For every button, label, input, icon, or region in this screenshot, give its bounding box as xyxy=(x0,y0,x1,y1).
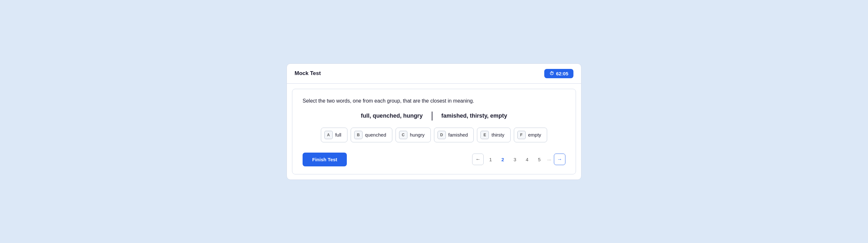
choice-key-d: D xyxy=(437,131,446,139)
choice-label-c: hungry xyxy=(410,132,425,138)
timer-icon: ⏱ xyxy=(549,71,554,76)
choices-row: AfullBquenchedChungryDfamishedEthirstyFe… xyxy=(303,128,565,142)
card-header: Mock Test ⏱ 62:05 xyxy=(287,64,581,84)
finish-test-button[interactable]: Finish Test xyxy=(303,153,347,166)
choice-key-e: E xyxy=(480,131,489,139)
card-title: Mock Test xyxy=(294,70,321,77)
timer-badge: ⏱ 62:05 xyxy=(544,69,574,78)
choice-f-button[interactable]: Fempty xyxy=(514,128,548,142)
outer-card: Mock Test ⏱ 62:05 Select the two words, … xyxy=(286,63,582,180)
word-groups: full, quenched, hungry famished, thirsty… xyxy=(303,112,565,121)
group2-label: famished, thirsty, empty xyxy=(432,113,516,119)
timer-value: 62:05 xyxy=(556,71,568,76)
choice-c-button[interactable]: Chungry xyxy=(396,128,431,142)
question-instruction: Select the two words, one from each grou… xyxy=(303,98,565,104)
page-3[interactable]: 3 xyxy=(509,154,520,165)
choice-label-f: empty xyxy=(528,132,541,138)
group1-label: full, quenched, hungry xyxy=(352,113,432,119)
choice-d-button[interactable]: Dfamished xyxy=(434,128,474,142)
choice-label-b: quenched xyxy=(365,132,386,138)
choice-label-a: full xyxy=(335,132,341,138)
pagination: ← 1 2 3 4 5 ··· → xyxy=(472,154,565,165)
choice-key-c: C xyxy=(399,131,407,139)
page-1[interactable]: 1 xyxy=(485,154,496,165)
choice-label-d: famished xyxy=(448,132,468,138)
prev-page-button[interactable]: ← xyxy=(472,154,484,165)
choice-b-button[interactable]: Bquenched xyxy=(351,128,392,142)
choice-key-b: B xyxy=(354,131,363,139)
choice-key-f: F xyxy=(517,131,526,139)
choice-key-a: A xyxy=(324,131,333,139)
page-2-current[interactable]: 2 xyxy=(497,154,508,165)
pagination-ellipsis: ··· xyxy=(546,157,553,162)
page-4[interactable]: 4 xyxy=(522,154,532,165)
page-5[interactable]: 5 xyxy=(534,154,545,165)
footer-row: Finish Test ← 1 2 3 4 5 ··· → xyxy=(303,153,565,166)
choice-label-e: thirsty xyxy=(491,132,504,138)
choice-e-button[interactable]: Ethirsty xyxy=(477,128,510,142)
question-card: Select the two words, one from each grou… xyxy=(292,89,576,174)
next-page-button[interactable]: → xyxy=(554,154,565,165)
choice-a-button[interactable]: Afull xyxy=(321,128,347,142)
